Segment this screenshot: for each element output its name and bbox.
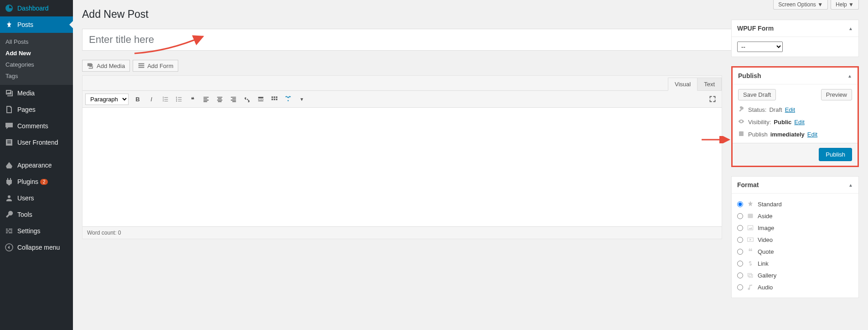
media-icon [5,89,14,98]
sidebar-item-posts[interactable]: Posts [0,16,73,33]
format-image-icon [747,224,754,231]
format-radio[interactable] [737,213,743,219]
toolbar-toggle-button[interactable] [268,93,281,105]
format-quote-icon: ❝ [747,248,754,255]
sidebar-item-pages[interactable]: Pages [0,101,73,118]
number-list-button[interactable] [172,93,185,105]
bold-button[interactable]: B [131,93,144,105]
sidebar-item-label: Collapse menu [17,244,60,251]
svg-rect-3 [274,96,275,98]
edit-visibility-link[interactable]: Edit [794,119,804,126]
sidebar-item-collapse-menu[interactable]: Collapse menu [0,239,73,256]
help-button[interactable]: Help ▼ [831,0,859,10]
format-option-standard[interactable]: Standard [737,198,853,210]
add-media-button[interactable]: Add Media [82,60,130,72]
editor-content[interactable] [83,108,722,226]
sidebar-item-label: Comments [17,122,48,130]
submenu-item-add-new[interactable]: Add New [0,47,73,59]
format-option-quote[interactable]: ❝Quote [737,246,853,257]
plugins-icon [5,177,14,186]
add-form-button[interactable]: Add Form [133,60,178,72]
pin-icon [5,20,14,29]
format-radio[interactable] [737,284,743,290]
align-right-button[interactable] [227,93,240,105]
format-radio[interactable] [737,272,743,278]
sidebar-item-appearance[interactable]: Appearance [0,157,73,173]
format-option-audio[interactable]: Audio [737,281,853,293]
sidebar-item-comments[interactable]: Comments [0,118,73,134]
submenu-item-tags[interactable]: Tags [0,70,73,82]
publish-metabox: Publish ▲ Save Draft Preview Status: Dra… [731,66,859,167]
svg-rect-5 [272,99,273,100]
format-radio[interactable] [737,249,743,255]
format-header[interactable]: Format ▲ [732,177,858,194]
format-radio[interactable] [737,237,743,243]
wpuf-form-select[interactable]: -- [737,42,783,52]
editor-toolbar: Paragraph B I ❝ ▼ [83,91,722,108]
format-option-gallery[interactable]: Gallery [737,269,853,281]
visual-tab[interactable]: Visual [668,78,698,91]
align-left-button[interactable] [200,93,212,105]
toggle-arrow-icon: ▲ [848,183,853,188]
blockquote-button[interactable]: ❝ [186,93,199,105]
toggle-arrow-icon: ▲ [847,73,852,79]
sidebar-item-label: Appearance [17,162,52,169]
bullet-list-button[interactable] [159,93,171,105]
format-gallery-icon [747,272,754,279]
toggle-arrow-icon: ▲ [848,26,853,31]
svg-rect-6 [274,99,275,100]
settings-icon [5,226,14,236]
save-draft-button[interactable]: Save Draft [738,89,776,100]
align-center-button[interactable] [213,93,226,105]
users-icon [5,194,14,203]
sidebar-item-settings[interactable]: Settings [0,223,73,239]
wpuf-form-header[interactable]: WPUF Form ▲ [732,20,858,37]
format-option-video[interactable]: Video [737,234,853,246]
format-option-link[interactable]: Link [737,257,853,269]
format-radio[interactable] [737,261,743,267]
sidebar-item-plugins[interactable]: Plugins2 [0,173,73,190]
sidebar-item-tools[interactable]: Tools [0,206,73,223]
submenu: All PostsAdd NewCategoriesTags [0,33,73,85]
format-label: Standard [758,201,782,208]
sidebar-item-label: Settings [17,227,41,235]
sidebar-item-dashboard[interactable]: Dashboard [0,0,73,16]
appearance-icon [5,161,14,170]
fullscreen-button[interactable] [706,93,719,105]
caret-down-icon[interactable]: ▼ [295,93,308,105]
sidebar-item-label: Users [17,194,34,202]
sidebar-item-user-frontend[interactable]: User Frontend [0,134,73,151]
distraction-free-button[interactable] [282,93,294,105]
italic-button[interactable]: I [145,93,158,105]
format-option-aside[interactable]: Aside [737,210,853,222]
format-radio[interactable] [737,201,743,207]
format-standard-icon [747,200,754,208]
link-button[interactable] [241,93,253,105]
calendar-icon [738,131,745,138]
svg-rect-2 [272,96,273,98]
svg-point-8 [288,100,289,101]
edit-status-link[interactable]: Edit [785,106,795,113]
publish-header[interactable]: Publish ▲ [733,68,858,84]
submenu-item-all-posts[interactable]: All Posts [0,36,73,47]
format-aside-icon [747,212,754,220]
format-option-image[interactable]: Image [737,222,853,234]
format-label: Gallery [758,272,776,279]
preview-button[interactable]: Preview [821,89,852,100]
sidebar-item-users[interactable]: Users [0,190,73,206]
text-tab[interactable]: Text [697,78,722,90]
badge: 2 [40,179,48,185]
format-audio-icon [747,283,754,291]
admin-sidebar: DashboardPostsAll PostsAdd NewCategories… [0,0,73,330]
format-radio[interactable] [737,225,743,231]
format-select[interactable]: Paragraph [85,94,129,105]
more-button[interactable] [254,93,267,105]
submenu-item-categories[interactable]: Categories [0,59,73,70]
publish-button[interactable]: Publish [819,148,852,161]
format-link-icon [747,260,754,267]
dashboard-icon [5,4,14,13]
sidebar-item-media[interactable]: Media [0,85,73,101]
edit-schedule-link[interactable]: Edit [807,131,817,138]
screen-options-button[interactable]: Screen Options ▼ [773,0,828,10]
comments-icon [5,121,14,131]
